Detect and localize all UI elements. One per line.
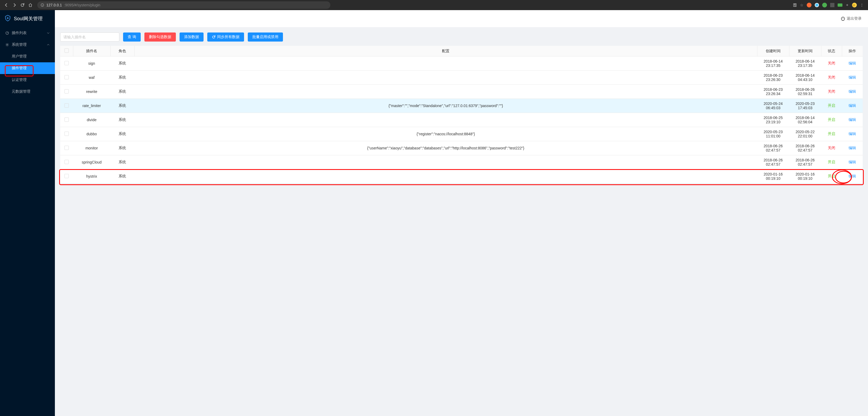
home-button[interactable] <box>28 3 32 7</box>
sidebar-item-plugins[interactable]: 插件列表 <box>0 27 55 39</box>
ext-icon-4[interactable] <box>830 3 834 7</box>
row-checkbox[interactable] <box>64 160 69 164</box>
edit-button[interactable]: 编辑 <box>848 61 856 65</box>
star-icon[interactable]: ☆ <box>800 3 804 7</box>
ext-icon-6[interactable]: ✦ <box>846 3 849 7</box>
cell-name: divide <box>73 113 110 127</box>
cell-name: sign <box>73 57 110 71</box>
cell-config <box>134 85 757 99</box>
logout-button[interactable]: 退出登录 <box>841 16 862 21</box>
cell-created: 2018-06-2323:26:34 <box>757 85 789 99</box>
cell-name: dubbo <box>73 127 110 141</box>
edit-button[interactable]: 编辑 <box>848 89 856 94</box>
edit-button[interactable]: 编辑 <box>848 103 856 107</box>
cell-status: 关闭 <box>821 85 842 99</box>
sidebar-item-system[interactable]: 系统管理 <box>0 39 55 51</box>
search-input[interactable] <box>60 32 119 41</box>
ext-icon-1[interactable] <box>807 3 811 7</box>
sidebar-item-plugin-mgmt[interactable]: 插件管理 <box>0 62 55 74</box>
cell-config <box>134 169 757 184</box>
col-header-config: 配置 <box>134 46 757 57</box>
edit-button[interactable]: 编辑 <box>848 132 856 136</box>
sidebar-item-label: 元数据管理 <box>12 89 30 94</box>
address-bar[interactable]: 127.0.0.1:9095/#/system/plugin <box>37 1 330 9</box>
cell-role: 系统 <box>110 169 134 184</box>
dashboard-icon <box>5 31 9 35</box>
search-button[interactable]: 查 询 <box>123 32 141 41</box>
forward-button[interactable] <box>12 3 17 7</box>
cell-created: 2018-06-2323:26:30 <box>757 71 789 85</box>
batch-button[interactable]: 批量启用或禁用 <box>248 32 283 41</box>
cell-created: 2018-06-1423:17:35 <box>757 57 789 71</box>
col-header-created: 创建时间 <box>757 46 789 57</box>
cell-updated: 2018-06-1402:56:04 <box>789 113 821 127</box>
sidebar-item-label: 用户管理 <box>12 54 27 59</box>
key-icon[interactable]: ⚿ <box>793 3 797 7</box>
table-row: monitor 系统 {"userName":"xiaoyu","databas… <box>60 141 863 155</box>
cell-status: 开启 <box>821 127 842 141</box>
cell-name: monitor <box>73 141 110 155</box>
sidebar-item-metadata-mgmt[interactable]: 元数据管理 <box>0 86 55 97</box>
cell-status: 开启 <box>821 113 842 127</box>
svg-point-5 <box>836 171 851 183</box>
sidebar-item-auth-mgmt[interactable]: 认证管理 <box>0 74 55 86</box>
cell-role: 系统 <box>110 141 134 155</box>
cell-updated: 2018-06-1423:17:35 <box>789 57 821 71</box>
app-header: 退出登录 <box>55 10 868 27</box>
ext-icon-2[interactable] <box>815 3 819 7</box>
row-checkbox[interactable] <box>64 132 69 136</box>
row-checkbox[interactable] <box>64 61 69 65</box>
table-row: rate_limiter 系统 {"master":"","mode":"Sta… <box>60 99 863 113</box>
chevron-up-icon <box>47 43 50 47</box>
edit-button[interactable]: 编辑 <box>848 146 856 150</box>
cell-config: {"master":"","mode":"Standalone","url":"… <box>134 99 757 113</box>
ext-icon-3[interactable] <box>822 3 827 7</box>
plugin-table: 插件名 角色 配置 创建时间 更新时间 状态 操作 sign 系统 2018-0… <box>60 46 863 184</box>
profile-icon[interactable]: 😊 <box>852 3 857 7</box>
cell-status: 关闭 <box>821 71 842 85</box>
add-button[interactable]: 添加数据 <box>180 32 204 41</box>
row-checkbox[interactable] <box>64 103 69 107</box>
cell-config <box>134 113 757 127</box>
cell-name: hystrix <box>73 169 110 184</box>
menu-icon[interactable]: ⋮ <box>860 3 864 7</box>
edit-button[interactable]: 编辑 <box>848 118 856 122</box>
cell-config <box>134 155 757 169</box>
delete-button[interactable]: 删除勾选数据 <box>145 32 176 41</box>
select-all-checkbox[interactable] <box>64 49 69 53</box>
edit-button[interactable]: 编辑 <box>848 160 856 164</box>
row-checkbox[interactable] <box>64 118 69 122</box>
edit-button[interactable]: 编辑 <box>848 75 856 79</box>
table-row: springCloud 系统 2018-06-2602:47:57 2018-0… <box>60 155 863 169</box>
row-checkbox[interactable] <box>64 75 69 79</box>
cell-updated: 2018-06-2602:47:57 <box>789 155 821 169</box>
cell-created: 2020-05-2311:01:00 <box>757 127 789 141</box>
row-checkbox[interactable] <box>64 174 69 178</box>
reload-button[interactable] <box>20 3 25 7</box>
toolbar: 查 询 删除勾选数据 添加数据 同步所有数据 批量启用或禁用 <box>60 32 863 41</box>
svg-point-2 <box>7 44 8 45</box>
cell-config <box>134 71 757 85</box>
ext-icon-5[interactable] <box>838 3 842 7</box>
sidebar-item-label: 插件列表 <box>12 31 27 35</box>
row-checkbox[interactable] <box>64 146 69 150</box>
app-logo: Soul网关管理 <box>0 10 55 27</box>
cell-created: 2020-01-1600:19:10 <box>757 169 789 184</box>
logout-label: 退出登录 <box>847 16 862 21</box>
info-icon <box>40 3 44 7</box>
cell-updated: 2018-06-2602:59:31 <box>789 85 821 99</box>
sync-button[interactable]: 同步所有数据 <box>207 32 244 41</box>
cell-status: 关闭 <box>821 141 842 155</box>
cell-role: 系统 <box>110 127 134 141</box>
cell-updated: 2020-05-2222:01:00 <box>789 127 821 141</box>
table-row: rewrite 系统 2018-06-2323:26:34 2018-06-26… <box>60 85 863 99</box>
sidebar: Soul网关管理 插件列表 系统管理 用户管理 插件管理 <box>0 10 55 416</box>
cell-updated: 2018-06-1404:43:10 <box>789 71 821 85</box>
logo-icon <box>4 14 11 23</box>
sidebar-item-user-mgmt[interactable]: 用户管理 <box>0 51 55 62</box>
row-checkbox[interactable] <box>64 89 69 94</box>
sidebar-item-label: 认证管理 <box>12 77 27 82</box>
cell-config <box>134 57 757 71</box>
back-button[interactable] <box>4 3 8 7</box>
chevron-down-icon <box>47 31 50 35</box>
